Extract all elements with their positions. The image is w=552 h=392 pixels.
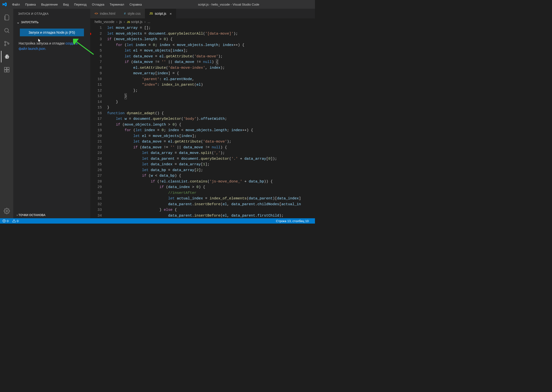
line-number[interactable]: 18 <box>90 122 102 128</box>
line-number[interactable]: 20 <box>90 133 102 139</box>
tab-script-js[interactable]: JSscript.js× <box>145 9 176 18</box>
line-number[interactable]: 7 <box>90 59 102 65</box>
menu-файл[interactable]: Файл <box>10 1 22 8</box>
line-number[interactable]: 24 <box>90 156 102 162</box>
code-line[interactable]: if (data_index > 0) { <box>107 184 315 190</box>
breadcrumb-item[interactable]: JS script.js <box>127 20 142 24</box>
code-line[interactable]: "index": index_in_parent(el) <box>107 82 315 88</box>
code-line[interactable]: if (w < data_bp) { <box>107 173 315 179</box>
code-line[interactable]: let data_bp = data_array[2]; <box>107 167 315 173</box>
line-number[interactable]: 14 <box>90 99 102 105</box>
line-number[interactable]: 34 <box>90 213 102 219</box>
code-line[interactable]: let data_move = el.getAttribute('data-mo… <box>107 54 315 60</box>
code-line[interactable]: let move_objects = document.querySelecto… <box>107 31 315 37</box>
line-number[interactable]: 28 <box>90 179 102 185</box>
code-line[interactable]: }; <box>107 88 315 94</box>
search-icon[interactable] <box>1 25 13 36</box>
breadcrumb-item[interactable]: hello_vscode <box>95 20 114 24</box>
code-line[interactable]: data_parent.insertBefore(el, data_parent… <box>107 213 315 219</box>
line-number[interactable]: 3 <box>90 37 102 42</box>
code-line[interactable]: if (data_move != '' || data_move != null… <box>107 145 315 151</box>
breadcrumb[interactable]: hello_vscode›js›JS script.js›... <box>90 18 315 25</box>
menu-правка[interactable]: Правка <box>23 1 38 8</box>
line-number[interactable]: 29 <box>90 184 102 190</box>
menu-терминал[interactable]: Терминал <box>107 1 127 8</box>
code-line[interactable]: if (move_objects.length > 0) { <box>107 37 315 42</box>
code-line[interactable]: if (data_move != '' || data_move != null… <box>107 59 315 65</box>
menu-справка[interactable]: Справка <box>127 1 144 8</box>
code-line[interactable]: } <box>107 105 315 111</box>
code-line[interactable]: 'parent': el.parentNode, <box>107 76 315 82</box>
code-line[interactable]: el.setAttribute('data-move-index', index… <box>107 65 315 71</box>
section-run-title[interactable]: ⌄ ЗАПУСТИТЬ <box>17 19 87 26</box>
line-number[interactable]: 16 <box>90 111 102 116</box>
status-errors[interactable]: 0 <box>2 219 8 223</box>
line-number[interactable]: 13 <box>90 93 102 99</box>
breakpoint-icon[interactable] <box>90 33 91 35</box>
code-line[interactable]: let data_index = data_array[1]; <box>107 162 315 167</box>
code-line[interactable]: let data_move = el.getAttribute('data-mo… <box>107 139 315 145</box>
code-line[interactable]: let w = document.querySelector('body').o… <box>107 116 315 122</box>
close-icon[interactable]: × <box>170 12 172 16</box>
code-area[interactable]: 1234567891011121314151617181920212223242… <box>90 25 315 218</box>
line-number[interactable]: 10 <box>90 76 102 82</box>
status-warnings[interactable]: 0 <box>12 219 18 223</box>
code-line[interactable]: for (let index = 0; index < move_objects… <box>107 128 315 133</box>
code-line[interactable]: } else { <box>107 207 315 213</box>
menu-вид[interactable]: Вид <box>61 1 71 8</box>
line-number[interactable]: 22 <box>90 145 102 151</box>
line-number[interactable]: 33 <box>90 207 102 213</box>
breadcrumb-item[interactable]: ... <box>148 20 150 24</box>
code-line[interactable]: //insertAfter <box>107 190 315 196</box>
code-line[interactable]: data_parent.insertBefore(el, data_parent… <box>107 202 315 207</box>
code-line[interactable]: if (move_objects.length > 0) { <box>107 122 315 128</box>
tab-index-html[interactable]: <>index.html <box>90 9 120 18</box>
line-number[interactable]: 9 <box>90 71 102 76</box>
gutter[interactable]: 1234567891011121314151617181920212223242… <box>90 25 107 218</box>
menu-выделение[interactable]: Выделение <box>39 1 60 8</box>
files-icon[interactable] <box>1 12 13 23</box>
menu-переход[interactable]: Переход <box>72 1 89 8</box>
line-number[interactable]: 26 <box>90 167 102 173</box>
line-number[interactable]: 19 <box>90 128 102 133</box>
code-line[interactable]: let el = move_objects[index]; <box>107 133 315 139</box>
code-line[interactable]: if (!el.classList.contains('js-move_done… <box>107 179 315 185</box>
code-line[interactable]: let actual_index = index_of_elements(dat… <box>107 196 315 202</box>
code-line[interactable]: let data_parent = document.querySelector… <box>107 156 315 162</box>
run-debug-button[interactable]: Запуск и отладка Node.js (F5) <box>20 29 84 36</box>
code-line[interactable]: let data_array = data_move.split(','); <box>107 150 315 156</box>
line-number[interactable]: 5 <box>90 48 102 54</box>
gear-icon[interactable] <box>1 205 13 217</box>
extensions-icon[interactable] <box>1 64 13 75</box>
code-line[interactable]: let el = move_objects[index]; <box>107 48 315 54</box>
line-number[interactable]: 12 <box>90 88 102 94</box>
code-line[interactable]: for (let index = 0; index < move_objects… <box>107 42 315 48</box>
line-number[interactable]: 17 <box>90 116 102 122</box>
line-number[interactable]: 30 <box>90 190 102 196</box>
source-control-icon[interactable] <box>1 38 13 49</box>
code-content[interactable]: let move_array = [];let move_objects = d… <box>107 25 315 218</box>
line-number[interactable]: 25 <box>90 162 102 167</box>
breadcrumb-item[interactable]: js <box>119 20 122 24</box>
line-number[interactable]: 15 <box>90 105 102 111</box>
code-line[interactable]: } <box>107 93 315 99</box>
status-cursor[interactable]: Строка 13, столбец 10 <box>276 219 309 223</box>
tab-style-css[interactable]: #style.css <box>120 9 145 18</box>
code-line[interactable]: function dynamic_adapt() { <box>107 111 315 116</box>
line-number[interactable]: 1 <box>90 25 102 31</box>
line-number[interactable]: 31 <box>90 196 102 202</box>
code-line[interactable]: move_array[index] = { <box>107 71 315 76</box>
code-line[interactable]: } <box>107 99 315 105</box>
line-number[interactable]: 2 <box>90 31 102 37</box>
line-number[interactable]: 27 <box>90 173 102 179</box>
line-number[interactable]: 4 <box>90 42 102 48</box>
code-line[interactable]: let move_array = []; <box>107 25 315 31</box>
menu-отладка[interactable]: Отладка <box>90 1 107 8</box>
line-number[interactable]: 6 <box>90 54 102 60</box>
line-number[interactable]: 23 <box>90 150 102 156</box>
line-number[interactable]: 32 <box>90 202 102 207</box>
section-breakpoints[interactable]: › ТОЧКИ ОСТАНОВА <box>13 212 90 218</box>
line-number[interactable]: 21 <box>90 139 102 145</box>
line-number[interactable]: 11 <box>90 82 102 88</box>
line-number[interactable]: 8 <box>90 65 102 71</box>
